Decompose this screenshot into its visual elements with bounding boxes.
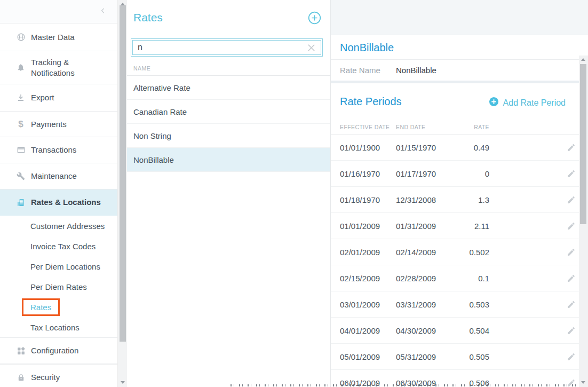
effective-date-cell: 02/01/2009 [340, 248, 396, 257]
sidebar-scrollbar[interactable] [117, 0, 127, 387]
rate-periods-title: Rate Periods [340, 96, 402, 108]
table-row[interactable]: 01/16/1970 01/17/1970 0 [331, 161, 588, 187]
sidebar-item-export[interactable]: Export [0, 84, 117, 112]
wrench-icon [16, 172, 26, 180]
sidebar-item-transactions[interactable]: Transactions [0, 137, 117, 163]
sidebar-item-payments[interactable]: $ Payments [0, 112, 117, 137]
rates-search-box [131, 38, 323, 57]
sidebar-subitem-rates[interactable]: Rates [0, 297, 117, 317]
sidebar-item-maintenance[interactable]: Maintenance [0, 163, 117, 189]
list-item-nonbillable-selected[interactable]: NonBillable [127, 148, 330, 172]
sidebar-subitem-label: Per Diem Locations [30, 262, 100, 271]
sidebar-item-label: Configuration [31, 345, 78, 356]
rate-name-label: Rate Name [340, 66, 396, 75]
sidebar-subitem-label: Tax Locations [30, 323, 80, 332]
chevron-left-icon [99, 7, 107, 16]
edit-rate-period-button[interactable] [567, 274, 576, 283]
building-icon [16, 198, 26, 207]
sidebar-subitem-tax-locations[interactable]: Tax Locations [0, 317, 117, 337]
edit-rate-period-button[interactable] [567, 169, 576, 178]
list-item-alternative-rate[interactable]: Alternative Rate [127, 76, 330, 100]
add-rate-period-button[interactable]: Add Rate Period [489, 97, 566, 109]
sidebar-subitem-per-diem-rates[interactable]: Per Diem Rates [0, 277, 117, 297]
list-item-label: Alternative Rate [133, 83, 190, 92]
edit-rate-period-button[interactable] [567, 143, 576, 152]
close-icon [306, 45, 316, 54]
edit-rate-period-button[interactable] [567, 248, 576, 257]
scroll-down-arrow[interactable] [581, 381, 585, 384]
sidebar-item-master-data[interactable]: Master Data [0, 23, 117, 51]
dollar-icon: $ [16, 120, 26, 129]
sidebar-nav: Master Data Tracking & Notifications Exp… [0, 0, 117, 387]
lock-icon [16, 373, 26, 382]
edit-rate-period-button[interactable] [567, 222, 576, 231]
sidebar-item-label: Export [31, 92, 54, 103]
end-date-cell: 02/14/2009 [396, 248, 455, 257]
table-row[interactable]: 05/01/2009 05/31/2009 0.505 [331, 344, 588, 370]
effective-date-column-header: EFFECTIVE DATE [340, 124, 396, 130]
table-row[interactable]: 04/01/2009 04/30/2009 0.504 [331, 318, 588, 344]
table-row[interactable]: 03/01/2009 03/31/2009 0.503 [331, 291, 588, 318]
table-row[interactable]: 02/15/2009 02/28/2009 0.1 [331, 265, 588, 291]
rates-list: Alternative Rate Canadian Rate Non Strin… [127, 75, 330, 172]
sidebar-item-tracking-notifications[interactable]: Tracking & Notifications [0, 51, 117, 84]
scroll-down-arrow[interactable] [121, 381, 125, 384]
end-date-cell: 03/31/2009 [396, 300, 455, 309]
sidebar-subitem-per-diem-locations[interactable]: Per Diem Locations [0, 256, 117, 277]
edit-rate-period-button[interactable] [567, 300, 576, 309]
rate-cell: 0.49 [455, 143, 489, 152]
rate-detail-panel: NonBillable Rate Name NonBillable Rate P… [331, 0, 588, 387]
pencil-icon [567, 300, 576, 309]
add-rate-button[interactable] [308, 11, 321, 25]
list-item-non-string[interactable]: Non String [127, 124, 330, 148]
sidebar-item-configuration[interactable]: Configuration [0, 337, 117, 364]
rate-cell: 0.503 [455, 300, 489, 309]
table-row[interactable]: 01/18/1970 12/31/2008 1.3 [331, 187, 588, 213]
sidebar-subitem-customer-addresses[interactable]: Customer Addresses [0, 216, 117, 236]
name-column-header: NAME [133, 65, 150, 72]
plus-circle-filled-icon [489, 97, 499, 109]
edit-rate-period-button[interactable] [567, 326, 576, 335]
search-input[interactable] [133, 43, 306, 52]
scroll-up-arrow[interactable] [581, 58, 585, 61]
table-row[interactable]: 02/01/2009 02/14/2009 0.502 [331, 239, 588, 265]
rate-cell: 0 [455, 169, 489, 178]
rate-cell: 1.3 [455, 195, 489, 204]
table-row[interactable]: 01/01/2009 01/31/2009 2.11 [331, 213, 588, 239]
effective-date-cell: 04/01/2009 [340, 326, 396, 335]
credit-card-icon [16, 146, 26, 154]
effective-date-cell: 01/01/1900 [340, 143, 396, 152]
periods-table-header: EFFECTIVE DATE END DATE RATE [331, 120, 588, 135]
edit-rate-period-button[interactable] [567, 195, 576, 204]
sidebar-item-rates-locations[interactable]: Rates & Locations [0, 189, 117, 216]
clear-search-button[interactable] [306, 43, 316, 53]
sidebar-item-label: Tracking & Notifications [31, 57, 111, 78]
collapse-sidebar-button[interactable] [99, 7, 107, 14]
list-item-canadian-rate[interactable]: Canadian Rate [127, 100, 330, 124]
list-item-label: Non String [133, 131, 171, 140]
scrollbar-thumb[interactable] [120, 5, 126, 342]
table-row[interactable]: 01/01/1900 01/15/1970 0.49 [331, 135, 588, 161]
sidebar-subitem-label: Rates [30, 303, 51, 312]
sidebar-subitem-invoice-tax-codes[interactable]: Invoice Tax Codes [0, 236, 117, 256]
detail-title: NonBillable [331, 35, 588, 60]
end-date-cell: 01/15/1970 [396, 143, 455, 152]
edit-rate-period-button[interactable] [567, 352, 576, 361]
effective-date-cell: 01/16/1970 [340, 169, 396, 178]
sidebar-item-label: Maintenance [31, 171, 77, 181]
pencil-icon [567, 169, 576, 178]
end-date-cell: 01/31/2009 [396, 222, 455, 231]
pencil-icon [567, 326, 576, 335]
pencil-icon [567, 352, 576, 361]
detail-panel-scrollbar[interactable] [579, 56, 588, 387]
sidebar-subitem-label: Per Diem Rates [30, 282, 87, 291]
sidebar-header [0, 0, 117, 23]
modules-icon [16, 346, 26, 356]
rate-name-field-row: Rate Name NonBillable [331, 60, 588, 81]
rate-cell: 0.1 [455, 274, 489, 283]
sidebar-item-security[interactable]: Security [0, 364, 117, 387]
periods-table-body: 01/01/1900 01/15/1970 0.49 01/16/1970 01… [331, 135, 588, 387]
bell-icon [16, 63, 26, 72]
scrollbar-thumb[interactable] [580, 64, 586, 224]
effective-date-cell: 03/01/2009 [340, 300, 396, 309]
